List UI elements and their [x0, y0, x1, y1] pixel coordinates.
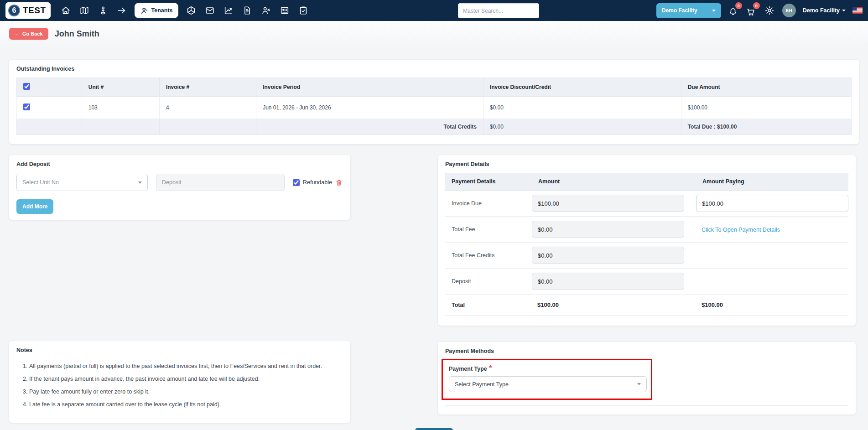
logo-text: TEST [23, 5, 46, 16]
invoice-due-amount-input[interactable] [532, 195, 684, 212]
payment-details-heading: Payment Details [445, 161, 848, 167]
col-due-amount: Due Amount [681, 78, 851, 97]
deposit-amount-readonly-input[interactable] [532, 273, 684, 290]
col-invoice: Invoice # [159, 78, 256, 97]
settings-gear-icon[interactable] [764, 3, 775, 18]
outstanding-invoices-card: Outstanding Invoices Unit # Invoice # In… [9, 60, 859, 144]
payment-type-label: Payment Type [449, 366, 487, 372]
cart-badge: 0 [753, 2, 760, 9]
totals-row: Total Credits $0.00 Total Due : $100.00 [17, 119, 852, 135]
map-icon[interactable] [77, 3, 92, 18]
deposit-label: Deposit [445, 278, 532, 285]
invoice-due-row: Invoice Due [445, 191, 848, 217]
select-all-checkbox[interactable] [23, 83, 30, 90]
refundable-label[interactable]: Refundable [303, 179, 332, 186]
total-due-value: Total Due : $100.00 [681, 119, 851, 135]
payment-details-table-header: Payment Details Amount Amount Paying [445, 173, 848, 191]
move-in-icon[interactable] [95, 3, 111, 18]
total-amount: $100.00 [532, 301, 696, 308]
add-deposit-card: Add Deposit Select Unit No Refundable [9, 155, 350, 220]
cart-button[interactable]: 0 [746, 4, 757, 17]
col-discount-credit: Invoice Discount/Credit [483, 78, 681, 97]
add-deposit-heading: Add Deposit [16, 161, 343, 167]
notification-badge: 0 [735, 2, 742, 9]
open-payment-details-link[interactable]: Click To Open Payment Details [702, 227, 780, 233]
go-back-button[interactable]: ← Go Back [9, 28, 48, 40]
invoice-period: Jun 01, 2026 - Jun 30, 2026 [256, 97, 483, 119]
document-icon[interactable] [239, 3, 255, 18]
master-search-input[interactable] [458, 3, 539, 18]
mail-icon[interactable] [202, 3, 218, 18]
payment-total-row: Total $100.00 $100.00 [445, 295, 848, 316]
refundable-checkbox[interactable] [293, 179, 300, 186]
pay-now-button[interactable]: Pay Now [415, 428, 452, 430]
units-cube-icon[interactable] [183, 3, 199, 18]
total-fee-credits-row: Total Fee Credits [445, 243, 848, 269]
main-content: ← Go Back John Smith Outstanding Invoice… [0, 21, 868, 430]
select-unit-dropdown[interactable]: Select Unit No [16, 174, 148, 191]
note-item: If the tenant pays amount in advance, th… [29, 373, 343, 385]
invoice-due-paying-input[interactable] [696, 195, 848, 212]
tab-tenants[interactable]: Tenants [135, 3, 178, 18]
col-invoice-period: Invoice Period [256, 78, 483, 97]
payment-type-placeholder: Select Payment Type [455, 381, 509, 388]
deposit-amount-input[interactable] [156, 174, 285, 191]
arrow-left-icon: ← [15, 31, 20, 36]
chevron-down-icon [712, 10, 716, 12]
facility-select-dropdown[interactable]: Demo Facility [656, 3, 721, 18]
invoice-due: $100.00 [681, 97, 851, 119]
payment-methods-card: Payment Methods Payment Type * Select Pa… [438, 342, 856, 414]
total-paying: $100.00 [696, 301, 848, 308]
deposit-row: Deposit [445, 269, 848, 295]
note-item: Late fee is a separate amount carried ov… [29, 398, 343, 411]
invoice-number: 4 [159, 97, 256, 119]
required-asterisk: * [489, 364, 492, 372]
go-back-label: Go Back [22, 31, 43, 36]
col-amount-paying: Amount Paying [696, 173, 848, 190]
tenants-icon [140, 6, 149, 15]
invoice-unit: 103 [82, 97, 159, 119]
payment-type-highlight-box: Payment Type * Select Payment Type [442, 359, 652, 400]
total-fee-credits-amount-input[interactable] [532, 247, 684, 264]
user-facility-label: Demo Facility [803, 7, 840, 14]
move-out-arrow-icon[interactable] [114, 3, 130, 18]
user-menu[interactable]: Demo Facility [803, 7, 846, 14]
payment-methods-heading: Payment Methods [445, 348, 848, 354]
home-icon[interactable] [58, 3, 73, 18]
nav-icon-bar: Tenants [58, 3, 311, 18]
chevron-down-icon [138, 181, 142, 184]
user-remove-icon[interactable] [258, 3, 274, 18]
facility-select-value: Demo Facility [662, 7, 697, 14]
col-payment-details: Payment Details [445, 173, 532, 190]
tenants-label: Tenants [151, 7, 173, 14]
page-header: ← Go Back John Smith [9, 27, 859, 41]
total-fee-amount-input[interactable] [532, 221, 684, 238]
app-logo[interactable]: 6 TEST [5, 2, 51, 19]
invoice-row-checkbox[interactable] [23, 104, 30, 110]
total-credits-value: $0.00 [483, 119, 681, 135]
reports-chart-icon[interactable] [221, 3, 236, 18]
col-amount: Amount [532, 173, 696, 190]
invoice-due-label: Invoice Due [445, 200, 532, 207]
tasks-clipboard-icon[interactable] [296, 3, 311, 18]
invoice-row: 103 4 Jun 01, 2026 - Jun 30, 2026 $0.00 … [17, 97, 852, 119]
select-unit-placeholder: Select Unit No [22, 179, 59, 186]
notifications-button[interactable]: 0 [728, 4, 739, 17]
chevron-down-icon [842, 10, 846, 11]
total-label: Total [445, 302, 532, 308]
invoice-discount: $0.00 [483, 97, 681, 119]
top-navbar: 6 TEST Tenants [0, 0, 868, 21]
payment-type-dropdown[interactable]: Select Payment Type [449, 376, 647, 392]
notes-card: Notes All payments (partial or full) is … [9, 341, 350, 423]
delete-deposit-button[interactable] [335, 179, 343, 187]
payment-details-card: Payment Details Payment Details Amount A… [438, 155, 856, 326]
user-avatar[interactable]: 6H [782, 4, 796, 17]
note-item: Pay late fee amount fully or enter zero … [29, 385, 343, 398]
navbar-right-cluster: Demo Facility 0 0 6H Demo Facility [656, 0, 863, 21]
us-flag-icon[interactable] [852, 7, 863, 14]
notes-heading: Notes [16, 347, 343, 353]
note-item: All payments (partial or full) is applie… [29, 360, 343, 373]
add-more-button[interactable]: Add More [16, 199, 53, 214]
news-icon[interactable] [277, 3, 292, 18]
outstanding-invoices-heading: Outstanding Invoices [16, 66, 852, 72]
